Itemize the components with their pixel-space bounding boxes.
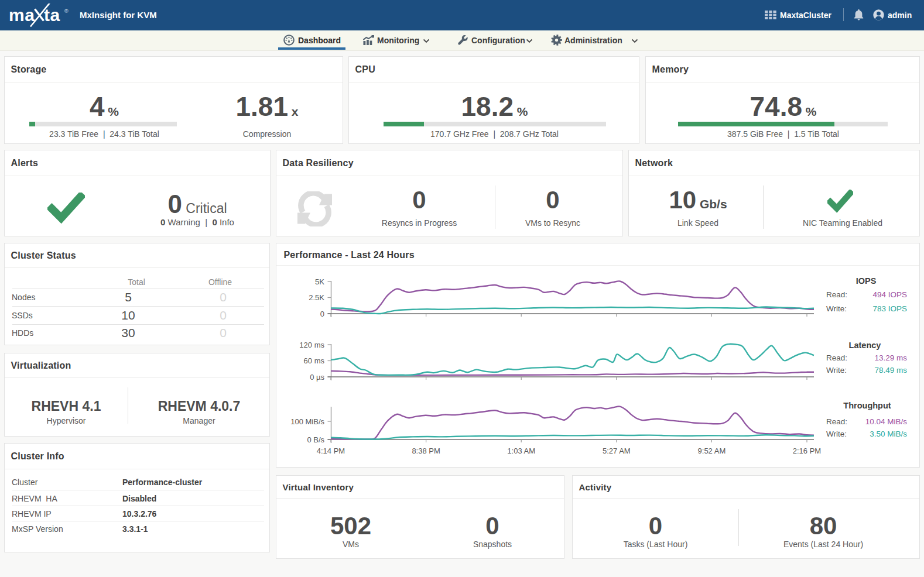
svg-text:Write:: Write: [826, 366, 847, 375]
svg-text:®: ® [64, 8, 69, 14]
svg-text:120 ms: 120 ms [299, 341, 324, 349]
svg-text:Write:: Write: [826, 304, 847, 313]
svg-text:ma: ma [9, 5, 35, 25]
svg-text:0 µs: 0 µs [310, 373, 324, 382]
svg-text:10.04 MiB/s: 10.04 MiB/s [865, 417, 908, 426]
svg-text:Throughput: Throughput [843, 401, 891, 410]
svg-text:IOPS: IOPS [856, 276, 877, 286]
svg-text:5K: 5K [315, 277, 324, 286]
svg-text:13.29 ms: 13.29 ms [874, 353, 907, 362]
svg-text:5:27 AM: 5:27 AM [603, 447, 631, 455]
svg-text:2:16 PM: 2:16 PM [793, 447, 821, 455]
svg-text:78.49 ms: 78.49 ms [874, 366, 907, 375]
svg-text:494 IOPS: 494 IOPS [872, 290, 907, 299]
svg-text:Write:: Write: [826, 430, 847, 438]
svg-text:0: 0 [320, 310, 324, 318]
svg-text:783 IOPS: 783 IOPS [872, 304, 907, 313]
svg-text:Read:: Read: [826, 290, 847, 299]
svg-text:2.5K: 2.5K [309, 293, 324, 302]
svg-text:Latency: Latency [849, 341, 881, 350]
svg-text:8:38 PM: 8:38 PM [412, 447, 440, 455]
svg-text:1:03 AM: 1:03 AM [507, 447, 535, 455]
svg-text:0 B/s: 0 B/s [307, 435, 324, 444]
svg-text:Read:: Read: [826, 417, 847, 426]
svg-text:Read:: Read: [826, 353, 847, 362]
svg-text:3.50 MiB/s: 3.50 MiB/s [870, 430, 907, 438]
svg-text:60 ms: 60 ms [304, 356, 325, 365]
svg-text:4:14 PM: 4:14 PM [317, 447, 345, 455]
svg-text:100 MiB/s: 100 MiB/s [290, 417, 324, 426]
svg-text:9:52 AM: 9:52 AM [698, 447, 726, 455]
